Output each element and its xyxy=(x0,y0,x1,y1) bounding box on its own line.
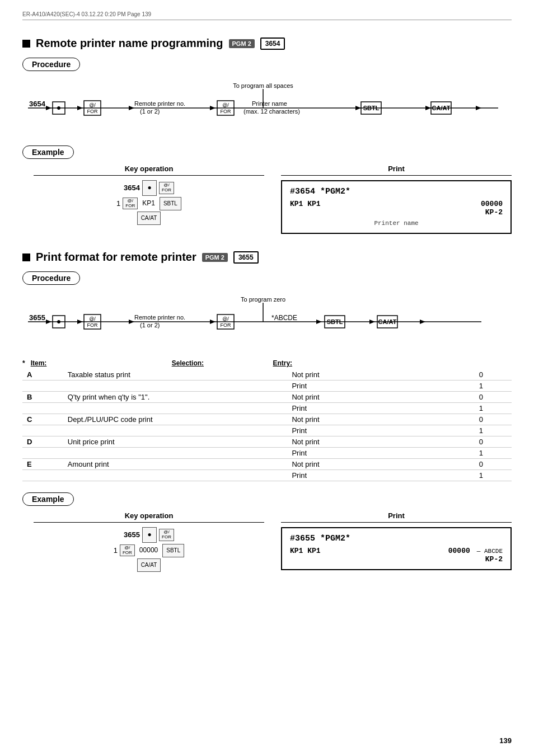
key2-op-00000: 00000 xyxy=(139,544,158,557)
desc-b2 xyxy=(63,403,288,414)
table-row: Print 1 xyxy=(22,425,512,436)
flow1-prname: Printer name xyxy=(252,100,287,107)
section1-flow: To program all spaces 3654 ● @/ FOR Remo… xyxy=(22,80,512,132)
arrow3 xyxy=(129,106,134,110)
for2-2-top: @/ xyxy=(222,316,229,322)
flow2-rprn-sub: (1 or 2) xyxy=(140,322,160,328)
key-op-for2: @/ FOR xyxy=(123,198,138,210)
flow1-rprn: Remote printer no. xyxy=(134,100,185,107)
arrow2-1 xyxy=(46,320,51,324)
section2-key-op-title: Key operation xyxy=(34,511,264,523)
section2-flow-svg: To program zero 3655 ● @/ FOR Remote pri… xyxy=(22,294,504,344)
key-op-1: 1 xyxy=(116,197,120,210)
entry-d2: 1 xyxy=(451,448,512,459)
section1-badge2: 3654 xyxy=(260,37,285,50)
item-a2 xyxy=(22,381,63,392)
item-b2 xyxy=(22,403,63,414)
flow1-prname-sub: (max. 12 characters) xyxy=(243,108,300,115)
arrow7 xyxy=(476,106,481,110)
caat-1: CA/AT xyxy=(432,105,451,111)
sel-d2: Print xyxy=(287,448,450,459)
flow1-rprn-sub: (1 or 2) xyxy=(140,108,160,115)
print2-line1: #3655 *PGM2* xyxy=(290,534,503,543)
print1-kp2: KP-2 xyxy=(481,208,503,217)
section2-heading: Print format for remote printer xyxy=(36,251,196,264)
flow2-start: 3655 xyxy=(29,313,45,322)
arrow2-5 xyxy=(316,320,322,324)
key2-op-row1: 3655 ● @/ FOR xyxy=(34,527,264,543)
entry-b2: 1 xyxy=(451,403,512,414)
entry-header: Entry: xyxy=(273,359,292,367)
section1-key-op-content: 3654 ● @/ FOR 1 @/ FOR KP1 SBTL xyxy=(34,180,264,225)
page-header: ER-A410/A420(SEC)-4 03.12.22 0:20 PM Pag… xyxy=(22,11,512,20)
flow2-rprn: Remote printer no. xyxy=(134,314,185,321)
sel-a2: Print xyxy=(287,381,450,392)
table-row: Print 1 xyxy=(22,381,512,392)
entry-e2: 1 xyxy=(451,470,512,481)
section1-key-op-title: Key operation xyxy=(34,165,264,176)
header-text: ER-A410/A420(SEC)-4 03.12.22 0:20 PM Pag… xyxy=(22,11,151,17)
section2-key-op-col: Key operation 3655 ● @/ FOR 1 @/ FOR xyxy=(34,511,264,573)
print2-abcde: — ABCDE xyxy=(477,548,503,555)
section2-key-op-content: 3655 ● @/ FOR 1 @/ FOR 00000 SBTL xyxy=(34,527,264,572)
section1-print-box: #3654 *PGM2* KP1 KP1 00000 KP-2 Printer … xyxy=(281,180,512,234)
section1-example-label: Example xyxy=(22,145,74,159)
asterisk-text: * xyxy=(22,359,29,367)
section1-flow-svg: To program all spaces 3654 ● @/ FOR Remo… xyxy=(22,80,504,130)
for2-2-bot: FOR xyxy=(221,322,231,328)
branch-label-1: To program all spaces xyxy=(233,82,293,89)
caat-2: CA/AT xyxy=(378,318,397,325)
section2-example-label: Example xyxy=(22,492,74,506)
arrow2-4 xyxy=(210,320,216,324)
desc-d2 xyxy=(63,448,288,459)
section1-example: Key operation 3654 ● @/ FOR 1 @/ FOR xyxy=(34,165,512,234)
print2-row2: KP1 KP1 00000 — ABCDE KP-2 xyxy=(290,547,503,564)
print2-kp1: KP1 KP1 xyxy=(290,547,321,555)
sel-e2: Print xyxy=(287,470,450,481)
entry-a2: 1 xyxy=(451,381,512,392)
print1-right: 00000 KP-2 xyxy=(481,200,503,217)
for2-1-top: @/ xyxy=(89,316,96,322)
section2-print-col: Print #3655 *PGM2* KP1 KP1 00000 — ABCDE… xyxy=(281,511,512,570)
print1-label: Printer name xyxy=(290,219,503,227)
sbtl-2: SBTL xyxy=(327,318,343,325)
arrow5 xyxy=(355,106,361,110)
branch-label-2: To program zero xyxy=(241,296,285,303)
key-op-3654: 3654 xyxy=(124,181,140,194)
section1-print-title: Print xyxy=(281,165,512,176)
arrow2-7 xyxy=(420,320,425,324)
print1-00000: 00000 xyxy=(481,200,503,208)
for2-top: @/ xyxy=(222,102,229,108)
for2-bot: FOR xyxy=(221,109,231,114)
desc-a2 xyxy=(63,381,288,392)
section2-example: Key operation 3655 ● @/ FOR 1 @/ FOR xyxy=(34,511,512,573)
table-row: Print 1 xyxy=(22,470,512,481)
section2-bullet xyxy=(22,253,30,261)
key2-op-row2: 1 @/ FOR 00000 SBTL xyxy=(34,544,264,557)
print2-00000-row: 00000 — ABCDE xyxy=(448,547,503,555)
section1-badge1: PGM 2 xyxy=(229,39,255,48)
table-row: C Dept./PLU/UPC code print Not print 0 xyxy=(22,414,512,425)
key2-op-caat: CA/AT xyxy=(137,558,161,572)
item-a: A xyxy=(22,369,63,381)
item-d: D xyxy=(22,436,63,448)
key-op-dot: ● xyxy=(142,180,157,196)
key2-op-row3: CA/AT xyxy=(34,558,264,572)
table-row: E Amount print Not print 0 xyxy=(22,459,512,470)
key2-op-3655: 3655 xyxy=(124,528,140,541)
print2-00000: 00000 xyxy=(448,547,470,555)
key-op-for1: @/ FOR xyxy=(159,182,174,194)
page-number: 139 xyxy=(499,736,512,745)
flow2-abcde: *ABCDE xyxy=(271,314,297,322)
print1-line1: #3654 *PGM2* xyxy=(290,187,503,196)
print2-right: 00000 — ABCDE KP-2 xyxy=(448,547,503,564)
key-op-kp1: KP1 xyxy=(142,198,155,210)
section2-print-box: #3655 *PGM2* KP1 KP1 00000 — ABCDE KP-2 xyxy=(281,527,512,570)
arrow2-6 xyxy=(369,320,375,324)
arrow4 xyxy=(210,106,216,110)
item-e: E xyxy=(22,459,63,470)
item-header: Item: xyxy=(31,359,47,367)
print1-row2: KP1 KP1 00000 KP-2 xyxy=(290,200,503,217)
item-c: C xyxy=(22,414,63,425)
entry-c2: 1 xyxy=(451,425,512,436)
